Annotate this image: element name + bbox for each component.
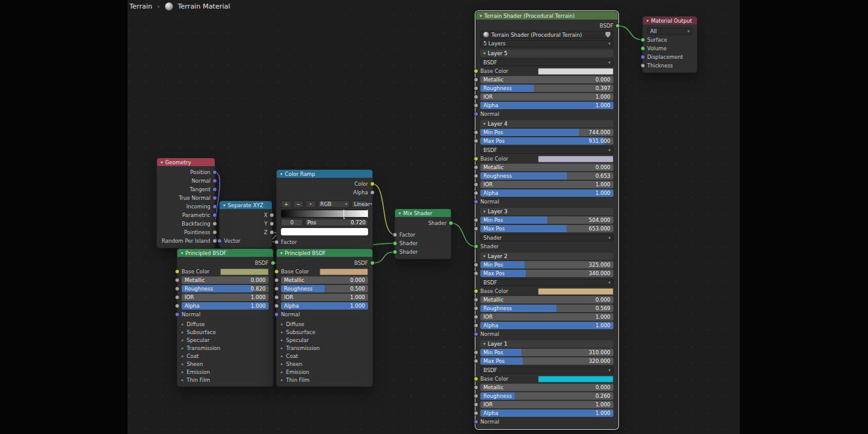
- color-socket[interactable]: [370, 181, 375, 186]
- bsdf-dropdown[interactable]: BSDF▾: [480, 59, 613, 66]
- min-pos-slider[interactable]: Min Pos744.000: [480, 129, 613, 136]
- vector-socket[interactable]: [175, 312, 180, 317]
- panel-sheen[interactable]: ▸Sheen: [177, 360, 273, 368]
- float-socket[interactable]: [274, 295, 279, 300]
- ior-slider[interactable]: IOR1.000: [480, 401, 613, 408]
- shader-dropdown[interactable]: Shader▾: [480, 234, 613, 242]
- vector-socket[interactable]: [212, 204, 217, 209]
- shader-socket[interactable]: [448, 221, 453, 226]
- base-color-swatch[interactable]: [538, 288, 613, 295]
- panel-transmission[interactable]: ▸Transmission: [277, 344, 372, 352]
- max-pos-slider[interactable]: Max Pos931.000: [480, 137, 613, 145]
- base-color-swatch[interactable]: [538, 376, 613, 383]
- panel-transmission[interactable]: ▸Transmission: [177, 344, 273, 352]
- float-socket[interactable]: [269, 230, 274, 235]
- node-terrain-shader-group[interactable]: ▾Terrain Shader (Procedural Terrain)BSDF…: [475, 11, 618, 429]
- ramp-stop-marker[interactable]: [367, 210, 368, 218]
- roughness-slider[interactable]: Roughness0.397: [480, 85, 613, 92]
- vector-socket[interactable]: [212, 213, 217, 218]
- alpha-slider[interactable]: Alpha1.000: [480, 322, 613, 329]
- float-socket[interactable]: [474, 191, 478, 196]
- color-ramp-header[interactable]: ▾Color Ramp: [277, 170, 372, 178]
- roughness-slider[interactable]: Roughness0.569: [480, 305, 613, 312]
- float-socket[interactable]: [370, 190, 375, 195]
- color-ramp-gradient[interactable]: [281, 210, 368, 218]
- roughness-slider[interactable]: Roughness0.820: [182, 285, 269, 292]
- float-socket[interactable]: [474, 323, 478, 328]
- chevron-down-icon[interactable]: ▾: [280, 172, 282, 177]
- color-socket[interactable]: [474, 156, 478, 161]
- metallic-slider[interactable]: Metallic0.000: [480, 164, 613, 171]
- float-socket[interactable]: [175, 286, 180, 291]
- node-principled-bsdf-2[interactable]: ▾Principled BSDFBSDFBase ColorMetallic0.…: [276, 248, 373, 387]
- color-socket[interactable]: [474, 69, 478, 74]
- float-socket[interactable]: [474, 182, 478, 187]
- shader-socket[interactable]: [474, 244, 478, 249]
- node-geometry[interactable]: ▾GeometryPositionNormalTangentTrue Norma…: [156, 158, 215, 248]
- layer-5-panel-header[interactable]: ▾Layer 5: [480, 50, 613, 57]
- chevron-down-icon[interactable]: ▾: [647, 18, 648, 23]
- float-socket[interactable]: [474, 94, 478, 99]
- roughness-slider[interactable]: Roughness0.653: [480, 172, 613, 180]
- shader-socket[interactable]: [370, 261, 375, 265]
- color-socket[interactable]: [474, 376, 478, 381]
- breadcrumb-object[interactable]: Terrain: [129, 2, 152, 10]
- vector-socket[interactable]: [212, 196, 217, 200]
- float-socket[interactable]: [274, 286, 279, 291]
- panel-emission[interactable]: ▸Emission: [177, 368, 273, 376]
- bsdf-dropdown[interactable]: BSDF▾: [480, 367, 613, 374]
- alpha-slider[interactable]: Alpha1.000: [281, 302, 368, 310]
- alpha-slider[interactable]: Alpha1.000: [480, 189, 613, 197]
- ior-slider[interactable]: IOR1.000: [480, 181, 613, 188]
- interpolation-dropdown[interactable]: Linear▾: [351, 200, 368, 208]
- vector-socket[interactable]: [274, 312, 279, 317]
- float-socket[interactable]: [474, 402, 478, 407]
- stop-color-swatch[interactable]: [281, 228, 368, 235]
- float-socket[interactable]: [474, 297, 478, 302]
- panel-diffuse[interactable]: ▸Diffuse: [177, 320, 273, 328]
- vector-socket[interactable]: [474, 419, 478, 424]
- layer-3-panel-header[interactable]: ▾Layer 3: [480, 208, 613, 215]
- float-socket[interactable]: [474, 359, 478, 364]
- vector-socket[interactable]: [640, 55, 645, 59]
- ramp-stop-marker[interactable]: [344, 210, 344, 218]
- roughness-slider[interactable]: Roughness0.500: [281, 285, 368, 292]
- chevron-down-icon[interactable]: ▾: [280, 251, 282, 256]
- float-socket[interactable]: [474, 218, 478, 223]
- shader-socket[interactable]: [393, 249, 398, 254]
- float-socket[interactable]: [474, 385, 478, 390]
- panel-thin-film[interactable]: ▸Thin Film: [177, 376, 273, 384]
- ior-slider[interactable]: IOR1.000: [281, 294, 368, 301]
- mix-shader-header[interactable]: ▾Mix Shader: [395, 209, 451, 217]
- panel-specular[interactable]: ▸Specular: [277, 336, 372, 344]
- panel-sheen[interactable]: ▸Sheen: [277, 360, 372, 368]
- vector-socket[interactable]: [474, 332, 478, 337]
- float-socket[interactable]: [269, 221, 274, 226]
- panel-subsurface[interactable]: ▸Subsurface: [277, 328, 372, 336]
- shader-socket[interactable]: [640, 37, 645, 42]
- node-material-output[interactable]: ▾Material OutputAll▾SurfaceVolumeDisplac…: [642, 16, 697, 73]
- base-color-swatch[interactable]: [538, 68, 613, 75]
- ior-slider[interactable]: IOR1.000: [182, 294, 269, 301]
- min-pos-slider[interactable]: Min Pos310.000: [480, 349, 613, 356]
- float-socket[interactable]: [175, 295, 180, 300]
- color-socket[interactable]: [175, 269, 180, 274]
- panel-coat[interactable]: ▸Coat: [277, 352, 372, 360]
- float-socket[interactable]: [474, 350, 478, 355]
- float-socket[interactable]: [474, 226, 478, 231]
- ramp-options-button[interactable]: ▾: [305, 200, 316, 208]
- float-socket[interactable]: [274, 278, 279, 283]
- add-stop-button[interactable]: +: [281, 200, 291, 208]
- float-socket[interactable]: [474, 394, 478, 398]
- panel-specular[interactable]: ▸Specular: [177, 336, 273, 344]
- float-socket[interactable]: [474, 306, 478, 311]
- float-socket[interactable]: [274, 240, 279, 245]
- separate-xyz-header[interactable]: ▾Separate XYZ: [220, 201, 272, 209]
- metallic-slider[interactable]: Metallic0.000: [480, 76, 613, 83]
- terrain-shader-group-header[interactable]: ▾Terrain Shader (Procedural Terrain): [476, 12, 618, 20]
- fake-user-shield-icon[interactable]: [605, 32, 610, 38]
- geometry-header[interactable]: ▾Geometry: [157, 158, 215, 166]
- float-socket[interactable]: [274, 303, 279, 308]
- float-socket[interactable]: [474, 411, 478, 416]
- float-socket[interactable]: [474, 173, 478, 178]
